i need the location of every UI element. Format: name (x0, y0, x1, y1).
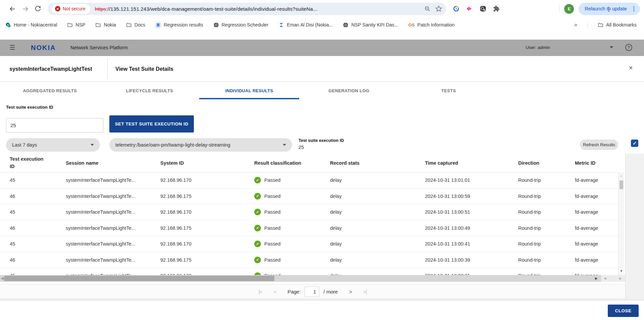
extensions-area (453, 5, 500, 12)
passed-check-icon: ✓ (254, 225, 261, 231)
close-button[interactable]: CLOSE (608, 305, 639, 317)
zoom-page-icon[interactable] (424, 6, 431, 12)
address-bar[interactable]: ✕ Not secure https://135.121.151.243/web… (48, 3, 446, 15)
set-exec-id-button[interactable]: SET TEST SUITE EXECUTION ID (109, 115, 194, 132)
previous-page-button[interactable]: < (273, 289, 276, 295)
bookmark-regression-results[interactable]: Regression results (155, 22, 203, 28)
not-secure-chip[interactable]: ✕ Not secure (52, 4, 90, 14)
help-icon[interactable]: ? (625, 44, 632, 51)
clock-extension-icon[interactable] (453, 5, 460, 12)
cell-system-id: 92.168.96.170 (160, 177, 254, 183)
cell-metric-id: fd-average (575, 257, 618, 263)
table-row[interactable]: 46 systemInterfaceTwampLightTe... 92.168… (0, 252, 618, 268)
scroll-down-icon[interactable]: ▼ (619, 269, 624, 273)
bookmark-home-nokiacentral[interactable]: s Home - Nokiacentral (5, 22, 57, 28)
first-page-button[interactable]: |< (259, 289, 262, 295)
dark-extension-icon[interactable] (480, 5, 486, 12)
cell-result: ✓Passed (254, 193, 330, 200)
column-header-time-captured[interactable]: Time captured (425, 160, 518, 166)
passed-check-icon: ✓ (254, 241, 261, 247)
not-secure-label: Not secure (63, 6, 86, 11)
bookmark-patch-information[interactable]: OS Patch Information (408, 22, 454, 28)
time-range-select[interactable]: Last 7 days (6, 138, 100, 152)
user-menu[interactable]: User: admin (526, 45, 550, 50)
pink-play-extension-icon[interactable] (466, 5, 473, 12)
os-favicon-icon: OS (408, 22, 415, 28)
cell-direction: Round-trip (518, 177, 575, 183)
cell-record-stats: delay (330, 225, 425, 231)
vertical-scrollbar-thumb[interactable] (620, 180, 623, 189)
chevron-down-icon (91, 144, 94, 146)
column-header-direction[interactable]: Direction (518, 160, 575, 166)
page-title: View Test Suite Details (115, 56, 173, 82)
table-row[interactable]: 45 systemInterfaceTwampLightTe... 92.168… (0, 236, 618, 252)
tab-tests[interactable]: TESTS (399, 82, 498, 99)
not-secure-icon: ✕ (55, 6, 60, 11)
all-bookmarks-button[interactable]: All Bookmarks (598, 22, 637, 28)
last-page-button[interactable]: >| (363, 289, 367, 295)
table-row[interactable]: 46 systemInterfaceTwampLightTe... 92.168… (0, 220, 618, 236)
refresh-results-button[interactable]: Refresh Results (580, 140, 618, 150)
table-row[interactable]: 46 systemInterfaceTwampLightTe... 92.168… (0, 189, 618, 205)
cell-time-captured: 2024-10-31 13:01:01 (425, 177, 518, 183)
cell-result: ✓Passed (254, 225, 330, 231)
cell-time-captured: 2024-10-31 13:00:49 (425, 225, 518, 231)
exec-id-display: Test suite execution ID 25 (299, 138, 344, 150)
extensions-puzzle-icon[interactable] (493, 5, 500, 12)
column-header-result-classification[interactable]: Result classification (254, 160, 330, 166)
browser-menu-icon[interactable]: ⋮ (631, 5, 637, 12)
cell-system-id: 92.168.96.175 (160, 194, 254, 199)
scroll-left-icon[interactable]: ◀ (1, 276, 4, 280)
next-page-button[interactable]: > (349, 289, 352, 295)
bookmark-folder-nsp[interactable]: NSP (67, 22, 85, 28)
reload-icon[interactable] (32, 2, 44, 15)
scroll-right-icon[interactable]: ▶ (619, 276, 622, 280)
column-header-system-id[interactable]: System ID (160, 160, 254, 166)
telemetry-select[interactable]: telemetry:/base/oam-pm/twamp-light-delay… (109, 138, 292, 152)
tab-lifecycle-results[interactable]: LIFECYCLE RESULTS (100, 82, 199, 99)
table-row[interactable]: 45 systemInterfaceTwampLightTe... 92.168… (0, 268, 618, 275)
hamburger-menu-icon[interactable]: ☰ (9, 44, 15, 51)
exec-id-input[interactable] (6, 118, 103, 132)
tab-aggregated-results[interactable]: AGGREGATED RESULTS (0, 82, 100, 99)
scroll-right-icon[interactable]: ▶ (595, 276, 598, 280)
close-icon[interactable]: ✕ (629, 65, 633, 71)
table-row[interactable]: 45 systemInterfaceTwampLightTe... 92.168… (0, 172, 618, 189)
page-number-input[interactable] (305, 286, 319, 297)
cell-direction: Round-trip (518, 257, 575, 263)
forward-icon[interactable] (19, 2, 32, 15)
column-settings-checkbox-icon[interactable]: ✓ (631, 140, 638, 147)
vertical-scrollbar[interactable]: ▲ ▼ (618, 172, 624, 275)
bookmark-nsp-sanity-kpi[interactable]: NSP Sanity KPI Das... (343, 22, 398, 28)
column-header-test-execution-id[interactable]: Test execution ID (10, 156, 46, 170)
table-header: Test execution ID Session name System ID… (0, 154, 618, 172)
scroll-up-icon[interactable]: ▲ (619, 174, 624, 177)
cell-result: ✓Passed (254, 177, 330, 183)
table-body: 45 systemInterfaceTwampLightTe... 92.168… (0, 172, 618, 275)
horizontal-scrollbar[interactable]: ◀ ▶ ◀ ▶ (0, 275, 625, 282)
cell-system-id: 92.168.96.170 (160, 209, 254, 215)
bookmark-folder-docs[interactable]: Docs (126, 22, 145, 28)
bookmark-regression-scheduler[interactable]: Regression Scheduler (213, 22, 269, 28)
profile-avatar[interactable]: E (564, 4, 574, 14)
column-header-record-stats[interactable]: Record stats (330, 160, 425, 166)
column-header-session-name[interactable]: Session name (66, 160, 160, 166)
bookmark-star-icon[interactable] (435, 5, 442, 12)
chevron-down-icon[interactable] (610, 46, 613, 48)
table-row[interactable]: 45 systemInterfaceTwampLightTe... 92.168… (0, 204, 618, 220)
back-icon[interactable] (6, 2, 19, 15)
bookmark-folder-nokia[interactable]: Nokia (95, 22, 116, 28)
horizontal-scrollbar-thumb[interactable] (4, 276, 274, 281)
tab-individual-results[interactable]: INDIVIDUAL RESULTS (199, 82, 299, 99)
tab-generation-log[interactable]: GENERATION LOG (299, 82, 399, 99)
scroll-left-icon[interactable]: ◀ (604, 276, 606, 280)
result-label: Passed (264, 241, 280, 247)
cell-metric-id: fd-average (575, 225, 618, 231)
blue-bowtie-icon (278, 22, 284, 28)
bookmark-eman-al-disi[interactable]: Eman Al Disi (Nokia... (278, 22, 333, 28)
column-header-metric-id[interactable]: Metric ID (575, 160, 618, 166)
column-options-icon[interactable]: ⋮ (606, 6, 611, 13)
bookmarks-overflow-icon[interactable]: » (574, 21, 577, 28)
cell-metric-id: fd-average (575, 194, 618, 199)
screen: ✕ Not secure https://135.121.151.243/web… (0, 0, 644, 320)
